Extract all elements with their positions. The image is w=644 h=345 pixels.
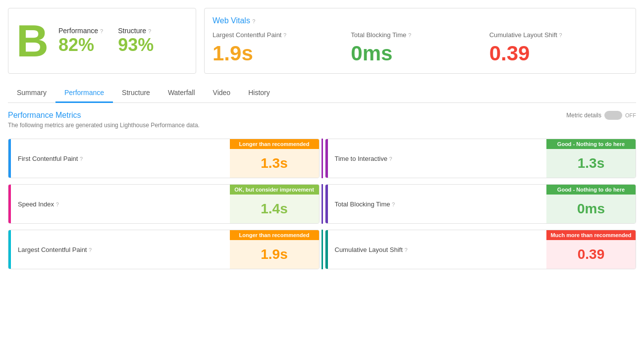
tbt-item: Total Blocking Time ? 0ms [351,31,489,65]
metrics-wrapper: First Contentful Paint ?Longer than reco… [8,139,636,275]
metric-name: Total Blocking Time ? [335,200,540,208]
tbt-value: 0ms [351,42,489,65]
metric-content: Cumulative Layout Shift ? [328,230,547,269]
metrics-dividers [320,139,325,275]
structure-metric: Structure ? 93% [118,27,154,55]
metric-badge: Good - Nothing to do here [546,139,636,149]
metric-badge: Longer than recommended [230,230,319,240]
metric-value-display: 1.3s [230,149,319,178]
metric-row: Time to Interactive ?Good - Nothing to d… [325,139,637,178]
metric-value-display: 0.39 [546,240,636,269]
tab-waterfall[interactable]: Waterfall [159,84,204,103]
structure-label-row: Structure ? [118,27,154,35]
metric-help-icon[interactable]: ? [80,156,83,162]
perf-title-block: Performance Metrics The following metric… [8,111,200,137]
metric-name: Cumulative Layout Shift ? [335,246,540,253]
cls-item: Cumulative Layout Shift ? 0.39 [489,31,628,65]
tab-performance[interactable]: Performance [55,84,113,103]
tabs-bar: Summary Performance Structure Waterfall … [8,84,636,103]
metric-content: First Contentful Paint ? [11,139,230,178]
tab-video[interactable]: Video [204,84,240,103]
metric-row: Largest Contentful Paint ?Longer than re… [8,230,320,269]
tbt-label: Total Blocking Time ? [351,31,489,39]
metric-content: Speed Index ? [11,185,230,223]
toggle-state-label: OFF [625,112,636,118]
performance-metric: Performance ? 82% [58,27,103,55]
metric-content: Time to Interactive ? [328,139,547,178]
web-vitals-help-icon[interactable]: ? [252,18,255,24]
grade-metrics: Performance ? 82% Structure ? 93% [58,27,154,55]
cls-label: Cumulative Layout Shift ? [489,31,628,39]
metric-name: Speed Index ? [18,200,223,208]
metric-value-display: 1.3s [546,149,636,178]
divider-bar [322,184,323,224]
metric-name: First Contentful Paint ? [18,155,223,162]
performance-label: Performance [58,27,98,35]
performance-value: 82% [58,35,103,55]
metric-help-icon[interactable]: ? [89,247,92,253]
page-container: B Performance ? 82% Structure ? 93% [0,0,644,283]
lcp-item: Largest Contentful Paint ? 1.9s [213,31,351,65]
lcp-value: 1.9s [213,42,351,65]
web-vitals-panel: Web Vitals ? Largest Contentful Paint ? … [204,8,636,74]
metric-badge: OK, but consider improvement [230,185,319,195]
metric-name: Time to Interactive ? [335,155,540,162]
metric-row: Speed Index ?OK, but consider improvemen… [8,184,320,224]
perf-section-title: Performance Metrics [8,111,200,120]
metric-toggle: Metric details OFF [566,111,636,120]
metric-toggle-button[interactable] [604,111,622,120]
lcp-help-icon[interactable]: ? [283,32,286,38]
web-vitals-metrics: Largest Contentful Paint ? 1.9s Total Bl… [213,31,628,65]
metric-row: Total Blocking Time ?Good - Nothing to d… [325,184,637,224]
top-panels: B Performance ? 82% Structure ? 93% [8,8,636,74]
lcp-label: Largest Contentful Paint ? [213,31,351,39]
metric-value-display: 1.9s [230,240,319,269]
metric-help-icon[interactable]: ? [389,156,392,162]
tab-history[interactable]: History [239,84,279,103]
performance-label-row: Performance ? [58,27,103,35]
metric-value-box: Longer than recommended1.9s [230,230,319,269]
performance-help-icon[interactable]: ? [100,28,103,34]
metric-row: Cumulative Layout Shift ?Much more than … [325,230,637,269]
metric-badge: Longer than recommended [230,139,319,149]
perf-header: Performance Metrics The following metric… [8,111,636,137]
tbt-help-icon[interactable]: ? [408,32,411,38]
cls-help-icon[interactable]: ? [559,32,562,38]
left-metrics-col: First Contentful Paint ?Longer than reco… [8,139,320,275]
metric-value-display: 1.4s [230,195,319,223]
metric-content: Total Blocking Time ? [328,185,547,223]
metric-value-box: Good - Nothing to do here1.3s [546,139,636,178]
metric-badge: Much more than recommended [546,230,636,240]
metric-value-box: Much more than recommended0.39 [546,230,636,269]
metric-help-icon[interactable]: ? [404,247,407,253]
tab-structure[interactable]: Structure [113,84,159,103]
metric-details-label: Metric details [566,112,601,119]
metric-content: Largest Contentful Paint ? [11,230,230,269]
divider-bar [322,139,323,178]
metric-value-display: 0ms [546,195,636,223]
right-metrics-col: Time to Interactive ?Good - Nothing to d… [325,139,637,275]
cls-value: 0.39 [489,42,628,65]
grade-letter: B [16,19,49,63]
perf-subtitle: The following metrics are generated usin… [8,122,200,129]
structure-label: Structure [118,27,146,35]
metric-name: Largest Contentful Paint ? [18,246,223,253]
divider-bar [322,230,323,269]
metric-help-icon[interactable]: ? [392,201,395,207]
gtmetrix-grade-panel: B Performance ? 82% Structure ? 93% [8,8,196,74]
web-vitals-title-row: Web Vitals ? [213,16,628,25]
metric-row: First Contentful Paint ?Longer than reco… [8,139,320,178]
performance-section: Performance Metrics The following metric… [8,111,636,275]
web-vitals-title: Web Vitals [213,16,250,25]
metric-value-box: Longer than recommended1.3s [230,139,319,178]
structure-help-icon[interactable]: ? [148,28,151,34]
tab-summary[interactable]: Summary [8,84,55,103]
structure-value: 93% [118,35,154,55]
metric-value-box: OK, but consider improvement1.4s [230,185,319,223]
metric-badge: Good - Nothing to do here [546,185,636,195]
metric-value-box: Good - Nothing to do here0ms [546,185,636,223]
metric-help-icon[interactable]: ? [56,201,59,207]
